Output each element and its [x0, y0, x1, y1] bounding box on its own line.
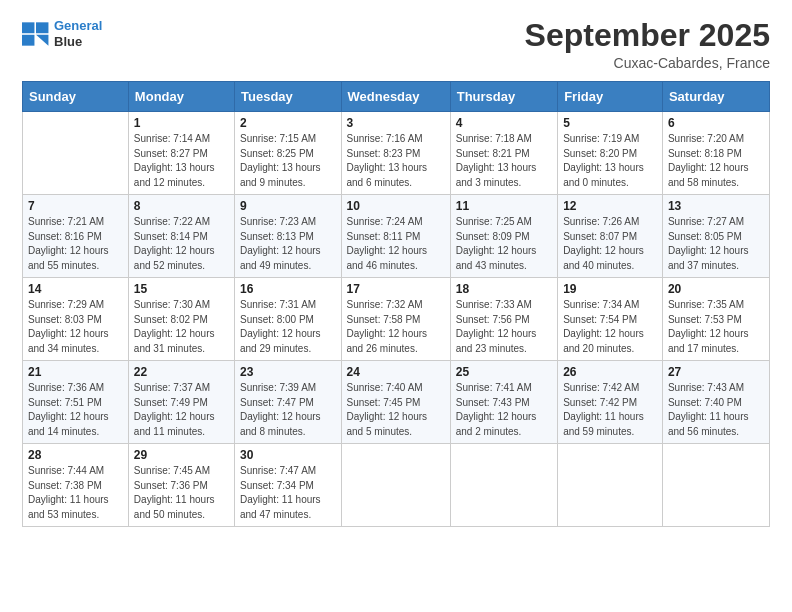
calendar-cell: 3Sunrise: 7:16 AMSunset: 8:23 PMDaylight… [341, 112, 450, 195]
day-number: 9 [240, 199, 336, 213]
calendar-cell: 19Sunrise: 7:34 AMSunset: 7:54 PMDayligh… [558, 278, 663, 361]
day-info: Sunrise: 7:34 AMSunset: 7:54 PMDaylight:… [563, 298, 657, 356]
month-title: September 2025 [525, 18, 770, 53]
calendar-cell [662, 444, 769, 527]
calendar: SundayMondayTuesdayWednesdayThursdayFrid… [22, 81, 770, 527]
calendar-cell [23, 112, 129, 195]
page: General Blue September 2025 Cuxac-Cabard… [0, 0, 792, 612]
header: General Blue September 2025 Cuxac-Cabard… [22, 18, 770, 71]
day-number: 28 [28, 448, 123, 462]
calendar-cell: 4Sunrise: 7:18 AMSunset: 8:21 PMDaylight… [450, 112, 557, 195]
day-info: Sunrise: 7:39 AMSunset: 7:47 PMDaylight:… [240, 381, 336, 439]
day-number: 23 [240, 365, 336, 379]
calendar-cell: 20Sunrise: 7:35 AMSunset: 7:53 PMDayligh… [662, 278, 769, 361]
calendar-header-row: SundayMondayTuesdayWednesdayThursdayFrid… [23, 82, 770, 112]
calendar-cell: 11Sunrise: 7:25 AMSunset: 8:09 PMDayligh… [450, 195, 557, 278]
calendar-cell: 10Sunrise: 7:24 AMSunset: 8:11 PMDayligh… [341, 195, 450, 278]
calendar-cell: 17Sunrise: 7:32 AMSunset: 7:58 PMDayligh… [341, 278, 450, 361]
day-number: 27 [668, 365, 764, 379]
day-info: Sunrise: 7:29 AMSunset: 8:03 PMDaylight:… [28, 298, 123, 356]
day-number: 15 [134, 282, 229, 296]
day-number: 5 [563, 116, 657, 130]
logo-line1: General [54, 18, 102, 33]
logo-line2: Blue [54, 34, 102, 50]
day-number: 12 [563, 199, 657, 213]
day-number: 19 [563, 282, 657, 296]
day-info: Sunrise: 7:47 AMSunset: 7:34 PMDaylight:… [240, 464, 336, 522]
day-number: 8 [134, 199, 229, 213]
logo: General Blue [22, 18, 102, 49]
day-number: 4 [456, 116, 552, 130]
day-number: 21 [28, 365, 123, 379]
calendar-cell: 14Sunrise: 7:29 AMSunset: 8:03 PMDayligh… [23, 278, 129, 361]
calendar-cell: 8Sunrise: 7:22 AMSunset: 8:14 PMDaylight… [128, 195, 234, 278]
day-info: Sunrise: 7:43 AMSunset: 7:40 PMDaylight:… [668, 381, 764, 439]
day-info: Sunrise: 7:26 AMSunset: 8:07 PMDaylight:… [563, 215, 657, 273]
day-info: Sunrise: 7:41 AMSunset: 7:43 PMDaylight:… [456, 381, 552, 439]
day-info: Sunrise: 7:20 AMSunset: 8:18 PMDaylight:… [668, 132, 764, 190]
calendar-week-row: 28Sunrise: 7:44 AMSunset: 7:38 PMDayligh… [23, 444, 770, 527]
day-info: Sunrise: 7:36 AMSunset: 7:51 PMDaylight:… [28, 381, 123, 439]
day-number: 18 [456, 282, 552, 296]
day-number: 20 [668, 282, 764, 296]
title-block: September 2025 Cuxac-Cabardes, France [525, 18, 770, 71]
calendar-cell: 29Sunrise: 7:45 AMSunset: 7:36 PMDayligh… [128, 444, 234, 527]
calendar-cell: 30Sunrise: 7:47 AMSunset: 7:34 PMDayligh… [235, 444, 342, 527]
calendar-week-row: 14Sunrise: 7:29 AMSunset: 8:03 PMDayligh… [23, 278, 770, 361]
calendar-week-row: 7Sunrise: 7:21 AMSunset: 8:16 PMDaylight… [23, 195, 770, 278]
logo-icon [22, 22, 50, 46]
day-number: 1 [134, 116, 229, 130]
col-header-saturday: Saturday [662, 82, 769, 112]
calendar-cell: 24Sunrise: 7:40 AMSunset: 7:45 PMDayligh… [341, 361, 450, 444]
calendar-cell [450, 444, 557, 527]
day-number: 22 [134, 365, 229, 379]
day-number: 24 [347, 365, 445, 379]
calendar-week-row: 21Sunrise: 7:36 AMSunset: 7:51 PMDayligh… [23, 361, 770, 444]
calendar-cell [558, 444, 663, 527]
calendar-cell [341, 444, 450, 527]
day-info: Sunrise: 7:44 AMSunset: 7:38 PMDaylight:… [28, 464, 123, 522]
day-info: Sunrise: 7:32 AMSunset: 7:58 PMDaylight:… [347, 298, 445, 356]
day-info: Sunrise: 7:40 AMSunset: 7:45 PMDaylight:… [347, 381, 445, 439]
day-number: 2 [240, 116, 336, 130]
day-number: 29 [134, 448, 229, 462]
day-info: Sunrise: 7:16 AMSunset: 8:23 PMDaylight:… [347, 132, 445, 190]
col-header-sunday: Sunday [23, 82, 129, 112]
calendar-cell: 9Sunrise: 7:23 AMSunset: 8:13 PMDaylight… [235, 195, 342, 278]
day-info: Sunrise: 7:22 AMSunset: 8:14 PMDaylight:… [134, 215, 229, 273]
day-number: 3 [347, 116, 445, 130]
calendar-cell: 28Sunrise: 7:44 AMSunset: 7:38 PMDayligh… [23, 444, 129, 527]
day-number: 30 [240, 448, 336, 462]
calendar-cell: 21Sunrise: 7:36 AMSunset: 7:51 PMDayligh… [23, 361, 129, 444]
calendar-cell: 27Sunrise: 7:43 AMSunset: 7:40 PMDayligh… [662, 361, 769, 444]
day-info: Sunrise: 7:31 AMSunset: 8:00 PMDaylight:… [240, 298, 336, 356]
day-info: Sunrise: 7:25 AMSunset: 8:09 PMDaylight:… [456, 215, 552, 273]
day-info: Sunrise: 7:30 AMSunset: 8:02 PMDaylight:… [134, 298, 229, 356]
day-number: 13 [668, 199, 764, 213]
day-number: 14 [28, 282, 123, 296]
day-info: Sunrise: 7:18 AMSunset: 8:21 PMDaylight:… [456, 132, 552, 190]
calendar-cell: 26Sunrise: 7:42 AMSunset: 7:42 PMDayligh… [558, 361, 663, 444]
day-number: 7 [28, 199, 123, 213]
calendar-week-row: 1Sunrise: 7:14 AMSunset: 8:27 PMDaylight… [23, 112, 770, 195]
calendar-cell: 23Sunrise: 7:39 AMSunset: 7:47 PMDayligh… [235, 361, 342, 444]
calendar-cell: 16Sunrise: 7:31 AMSunset: 8:00 PMDayligh… [235, 278, 342, 361]
day-info: Sunrise: 7:21 AMSunset: 8:16 PMDaylight:… [28, 215, 123, 273]
day-number: 10 [347, 199, 445, 213]
day-info: Sunrise: 7:42 AMSunset: 7:42 PMDaylight:… [563, 381, 657, 439]
col-header-friday: Friday [558, 82, 663, 112]
calendar-cell: 7Sunrise: 7:21 AMSunset: 8:16 PMDaylight… [23, 195, 129, 278]
calendar-cell: 6Sunrise: 7:20 AMSunset: 8:18 PMDaylight… [662, 112, 769, 195]
day-info: Sunrise: 7:37 AMSunset: 7:49 PMDaylight:… [134, 381, 229, 439]
day-info: Sunrise: 7:19 AMSunset: 8:20 PMDaylight:… [563, 132, 657, 190]
day-number: 26 [563, 365, 657, 379]
day-info: Sunrise: 7:45 AMSunset: 7:36 PMDaylight:… [134, 464, 229, 522]
calendar-cell: 2Sunrise: 7:15 AMSunset: 8:25 PMDaylight… [235, 112, 342, 195]
day-number: 11 [456, 199, 552, 213]
day-number: 25 [456, 365, 552, 379]
calendar-cell: 22Sunrise: 7:37 AMSunset: 7:49 PMDayligh… [128, 361, 234, 444]
col-header-monday: Monday [128, 82, 234, 112]
calendar-cell: 15Sunrise: 7:30 AMSunset: 8:02 PMDayligh… [128, 278, 234, 361]
svg-rect-1 [22, 34, 34, 45]
col-header-tuesday: Tuesday [235, 82, 342, 112]
